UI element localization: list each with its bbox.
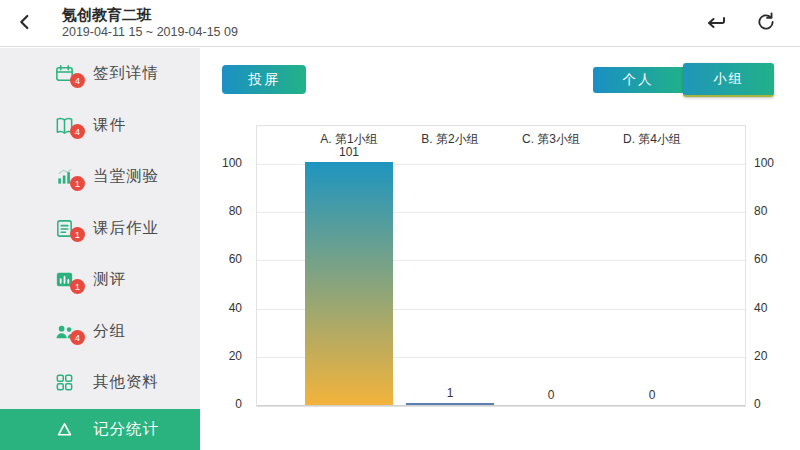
return-button[interactable] bbox=[700, 7, 732, 39]
score-bar-chart: 020406080100 A. 第1小组101B. 第2小组1C. 第3小组0D… bbox=[200, 110, 800, 430]
sidebar-item-evaluation[interactable]: 1 测评 bbox=[0, 254, 200, 306]
date-range: 2019-04-11 15 ~ 2019-04-15 09 bbox=[62, 25, 238, 39]
class-title-block: 氪创教育二班 2019-04-11 15 ~ 2019-04-15 09 bbox=[62, 6, 238, 40]
page-title: 氪创教育二班 bbox=[62, 6, 238, 23]
sidebar: 4 签到详情 4 课件 1 当堂测验 1 课后作业 1 测评 4 bbox=[0, 48, 200, 450]
badge: 1 bbox=[70, 176, 85, 191]
y-axis-tick-label: 80 bbox=[229, 204, 242, 218]
gridline bbox=[257, 405, 745, 406]
quiz-bars-icon: 1 bbox=[52, 165, 76, 189]
bar-chart-plot: A. 第1小组101B. 第2小组1C. 第3小组0D. 第4小组0 bbox=[256, 125, 746, 407]
y-axis-right: 020406080100 bbox=[748, 125, 793, 405]
category-label: D. 第4小组 bbox=[592, 132, 712, 146]
sidebar-item-other-materials[interactable]: 其他资料 bbox=[0, 357, 200, 409]
y-axis-tick-label: 20 bbox=[229, 349, 242, 363]
y-axis-tick-label: 40 bbox=[754, 301, 767, 315]
document-lines-icon: 1 bbox=[52, 216, 76, 240]
people-icon: 4 bbox=[52, 319, 76, 343]
value-label: 101 bbox=[289, 145, 409, 159]
badge: 4 bbox=[70, 124, 85, 139]
value-label: 0 bbox=[592, 388, 712, 402]
sidebar-item-label: 课件 bbox=[93, 115, 126, 136]
sidebar-item-courseware[interactable]: 4 课件 bbox=[0, 100, 200, 152]
sidebar-item-label: 记分统计 bbox=[93, 419, 159, 440]
sidebar-item-label: 当堂测验 bbox=[93, 166, 159, 187]
y-axis-tick-label: 20 bbox=[754, 349, 767, 363]
y-axis-left: 020406080100 bbox=[200, 125, 250, 405]
calendar-check-icon: 4 bbox=[52, 62, 76, 86]
header: 氪创教育二班 2019-04-11 15 ~ 2019-04-15 09 bbox=[0, 0, 800, 47]
y-axis-tick-label: 0 bbox=[235, 397, 242, 411]
sidebar-item-groups[interactable]: 4 分组 bbox=[0, 306, 200, 358]
cast-screen-button[interactable]: 投屏 bbox=[222, 65, 306, 94]
sidebar-item-quiz[interactable]: 1 当堂测验 bbox=[0, 151, 200, 203]
sidebar-item-label: 分组 bbox=[93, 321, 126, 342]
tab-group-active[interactable]: 小组 bbox=[683, 63, 774, 97]
chevron-left-icon bbox=[14, 11, 36, 36]
refresh-icon bbox=[754, 10, 778, 37]
y-axis-tick-label: 100 bbox=[222, 156, 242, 170]
tab-personal[interactable]: 个人 bbox=[593, 67, 683, 93]
triangle-icon bbox=[52, 417, 76, 441]
sidebar-item-label: 其他资料 bbox=[93, 372, 159, 393]
sidebar-item-label: 签到详情 bbox=[93, 63, 159, 84]
chart-square-icon: 1 bbox=[52, 268, 76, 292]
badge: 4 bbox=[70, 73, 85, 88]
return-arrow-icon bbox=[703, 9, 729, 38]
header-actions bbox=[700, 7, 782, 39]
grid-icon bbox=[52, 371, 76, 395]
y-axis-tick-label: 40 bbox=[229, 301, 242, 315]
badge: 1 bbox=[70, 279, 85, 294]
sidebar-item-checkin[interactable]: 4 签到详情 bbox=[0, 48, 200, 100]
book-icon: 4 bbox=[52, 113, 76, 137]
badge: 4 bbox=[70, 330, 85, 345]
y-axis-tick-label: 60 bbox=[229, 252, 242, 266]
back-button[interactable] bbox=[8, 6, 42, 40]
badge: 1 bbox=[70, 227, 85, 242]
y-axis-tick-label: 100 bbox=[754, 156, 774, 170]
sidebar-item-label: 课后作业 bbox=[93, 218, 159, 239]
sidebar-item-label: 测评 bbox=[93, 269, 126, 290]
y-axis-tick-label: 80 bbox=[754, 204, 767, 218]
bar bbox=[305, 162, 393, 405]
y-axis-tick-label: 0 bbox=[754, 397, 761, 411]
sidebar-item-homework[interactable]: 1 课后作业 bbox=[0, 203, 200, 255]
y-axis-tick-label: 60 bbox=[754, 252, 767, 266]
sidebar-item-score-stats[interactable]: 记分统计 bbox=[0, 409, 200, 450]
bar bbox=[406, 403, 494, 405]
refresh-button[interactable] bbox=[750, 7, 782, 39]
